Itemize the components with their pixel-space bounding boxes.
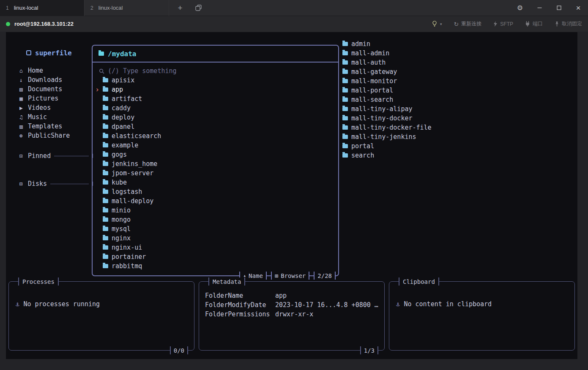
hint-bulb-button[interactable]: ▾ [432, 21, 442, 27]
file-row[interactable]: › dpanel [93, 122, 338, 131]
close-button[interactable]: × [569, 0, 588, 16]
file-name: logstash [112, 188, 142, 196]
file-row[interactable]: › nginx-ui [93, 243, 338, 252]
file-name: jenkins_home [112, 160, 157, 168]
preview-panel: admin mall-admin mall-auth mall-gateway … [341, 39, 572, 160]
maximize-button[interactable] [549, 0, 569, 16]
sidebar-item[interactable]: ⌂ Home [17, 66, 93, 75]
chevron-down-icon: ▾ [440, 22, 442, 26]
file-name: dpanel [112, 123, 134, 131]
file-row[interactable]: › gogs [93, 150, 338, 159]
new-tab-button[interactable]: + [175, 3, 185, 13]
folder-icon [103, 97, 108, 101]
folder-icon [103, 134, 108, 138]
window-tab-2[interactable]: 2 linux-local [85, 0, 169, 16]
file-row[interactable]: › mysql [93, 224, 338, 234]
host-label: root@192.168.3.101:22 [14, 21, 74, 27]
unpin-label: 取消固定 [562, 20, 582, 27]
folder-icon [103, 143, 108, 147]
position-counter-value: 2/28 [317, 272, 332, 279]
folder-icon [103, 245, 108, 250]
disks-label: Disks [28, 180, 47, 188]
file-name: gogs [112, 151, 127, 158]
metadata-panel: Metadata FolderName app FolderModifyDate… [199, 281, 385, 351]
file-row[interactable]: › portainer [93, 252, 338, 261]
file-row[interactable]: › kube [93, 178, 338, 187]
mode-label: Browser [281, 272, 306, 279]
tab-number: 1 [6, 5, 9, 11]
file-name: deploy [112, 114, 134, 121]
downloads-icon: ↓ [18, 77, 25, 83]
file-row[interactable]: › elasticsearch [93, 131, 338, 141]
folder-icon [103, 199, 108, 203]
sidebar-item[interactable]: ▥ Templates [17, 122, 93, 131]
folder-icon [103, 162, 108, 166]
sidebar-item-label: Pictures [28, 95, 58, 102]
search-bar[interactable]: (/) Type something [93, 66, 338, 76]
file-row[interactable]: › artifact [93, 94, 338, 103]
session-bar: root@192.168.3.101:22 ▾ ↻ 重新连接 SFTP 端口 取… [0, 16, 588, 32]
sidebar-item-label: Home [28, 67, 43, 74]
duplicate-tab-icon[interactable] [193, 3, 204, 14]
file-row[interactable]: › jpom-server [93, 169, 338, 178]
metadata-key: FolderModifyDate [205, 301, 275, 309]
file-name: apisix [112, 76, 134, 84]
folder-icon [342, 107, 348, 111]
cursor-icon: › [95, 86, 103, 93]
file-row[interactable]: › app [93, 85, 338, 94]
folder-icon [342, 51, 348, 55]
clipboard-title: Clipboard [399, 278, 439, 286]
music-icon: ♫ [18, 114, 25, 120]
folder-icon [342, 125, 348, 130]
file-row[interactable]: › mall-deploy [93, 196, 338, 206]
preview-row: mall-search [341, 95, 572, 104]
panel-path-header: /mydata [93, 46, 338, 63]
file-row[interactable]: › apisix [93, 76, 338, 85]
file-row[interactable]: › caddy [93, 103, 338, 113]
file-name: jpom-server [112, 169, 153, 177]
settings-gear-icon[interactable]: ⚙ [510, 0, 530, 16]
preview-file-name: mall-monitor [351, 77, 397, 85]
processes-counter: 0/0 [170, 346, 188, 354]
metadata-value: app [275, 292, 287, 299]
folder-icon [103, 125, 108, 129]
file-row[interactable]: › example [93, 141, 338, 150]
flash-icon [493, 21, 498, 27]
search-placeholder: (/) Type something [108, 67, 177, 75]
folder-icon [342, 60, 348, 65]
preview-row: mall-tiny-alipay [341, 104, 572, 114]
file-row[interactable]: › jenkins_home [93, 159, 338, 169]
sidebar-item[interactable]: ♫ Music [17, 112, 93, 122]
folder-icon [103, 78, 108, 82]
unpin-button[interactable]: 取消固定 [555, 20, 582, 27]
metadata-key: FolderName [205, 292, 275, 299]
minimize-button[interactable] [530, 0, 549, 16]
sidebar-item-label: Videos [28, 104, 51, 112]
browser-mode-icon: ⊞ [275, 272, 278, 279]
processes-empty-label: No processes running [23, 300, 100, 308]
folder-icon [103, 264, 108, 268]
file-row[interactable]: › minio [93, 206, 338, 215]
videos-icon: ▶ [18, 105, 25, 111]
file-row[interactable]: › deploy [93, 113, 338, 122]
file-row[interactable]: › rabbitmq [93, 261, 338, 271]
reconnect-button[interactable]: ↻ 重新连接 [454, 20, 482, 27]
sftp-button[interactable]: SFTP [493, 21, 513, 27]
sidebar-item[interactable]: ▶ Videos [17, 103, 93, 112]
file-row[interactable]: › mongo [93, 215, 338, 224]
port-button[interactable]: 端口 [525, 20, 543, 27]
window-tab-1[interactable]: 1 linux-local [0, 0, 85, 16]
disks-section-header: ⊟ Disks [17, 179, 93, 188]
file-name: elasticsearch [112, 132, 161, 140]
file-row[interactable]: › logstash [93, 187, 338, 196]
sidebar-item[interactable]: ↓ Downloads [17, 75, 93, 84]
sidebar-item[interactable]: ⊕ PublicShare [17, 131, 93, 140]
mode-control[interactable]: ⊞ Browser [271, 272, 309, 280]
plug-icon [525, 21, 530, 27]
sidebar-item[interactable]: ▤ Documents [17, 84, 93, 94]
metadata-row: FolderPermissions drwxr-xr-x [205, 310, 378, 319]
file-name: minio [112, 207, 131, 214]
pinned-label: Pinned [28, 152, 51, 160]
file-row[interactable]: › nginx [93, 234, 338, 243]
sidebar-item[interactable]: ▦ Pictures [17, 94, 93, 103]
